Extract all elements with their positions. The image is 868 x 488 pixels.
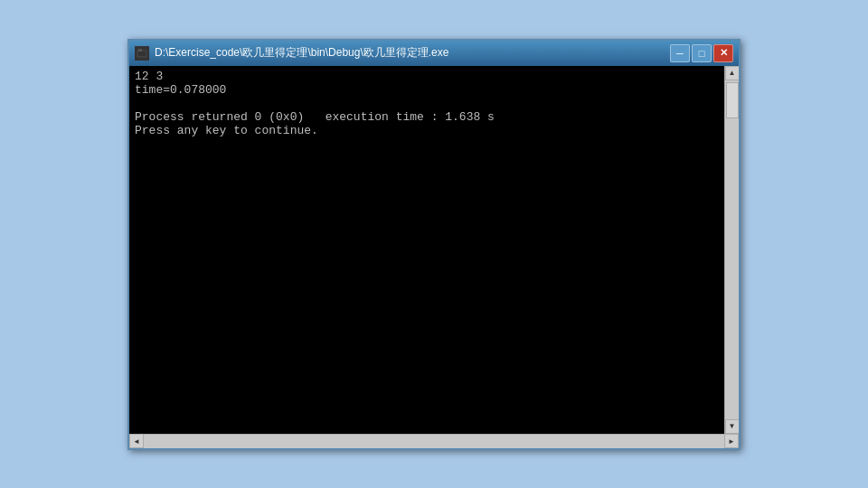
horizontal-scrollbar[interactable]: ◄ ► [129,434,739,448]
svg-rect-1 [138,49,142,52]
title-bar-left: D:\Exercise_code\欧几里得定理\bin\Debug\欧几里得定理… [135,45,448,61]
scroll-up-arrow[interactable]: ▲ [725,66,740,80]
maximize-button[interactable]: □ [692,44,712,62]
scroll-right-arrow[interactable]: ► [724,434,739,448]
console-output[interactable]: 12 3 time=0.078000 Process returned 0 (0… [129,66,724,434]
title-bar: D:\Exercise_code\欧几里得定理\bin\Debug\欧几里得定理… [129,41,739,66]
close-button[interactable]: ✕ [713,44,733,62]
window-title: D:\Exercise_code\欧几里得定理\bin\Debug\欧几里得定理… [155,45,448,61]
minimize-button[interactable]: ─ [670,44,690,62]
h-scroll-track[interactable] [144,435,724,448]
console-window: D:\Exercise_code\欧几里得定理\bin\Debug\欧几里得定理… [127,39,741,450]
scroll-track[interactable] [725,80,739,419]
scroll-thumb[interactable] [726,82,739,118]
scroll-left-arrow[interactable]: ◄ [129,434,144,448]
window-body: 12 3 time=0.078000 Process returned 0 (0… [129,66,739,434]
vertical-scrollbar[interactable]: ▲ ▼ [724,66,739,434]
svg-rect-0 [137,51,146,57]
window-controls: ─ □ ✕ [670,44,733,62]
app-icon [135,46,149,61]
scroll-down-arrow[interactable]: ▼ [725,419,740,434]
